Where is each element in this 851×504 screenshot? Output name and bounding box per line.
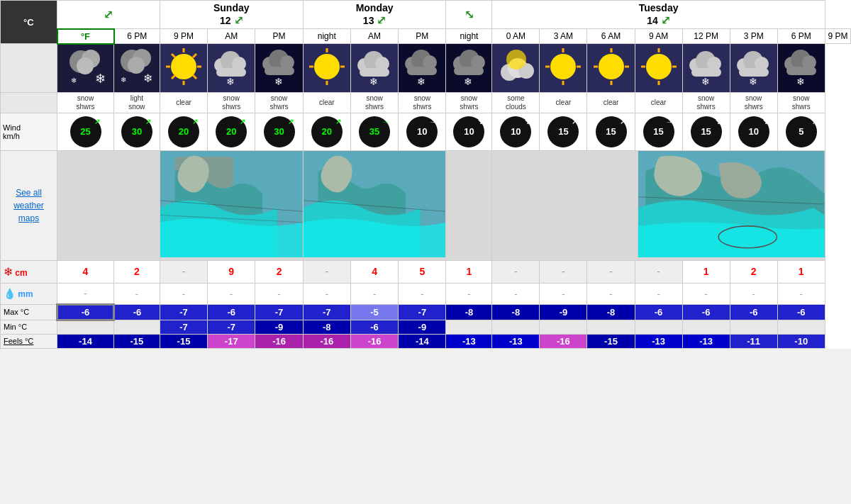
rain-icon: 💧 xyxy=(4,288,16,299)
wind-row: Windkm/h 25↗ 30↗ 20↗ 20↗ 30↗ xyxy=(1,113,851,150)
svg-line-15 xyxy=(172,54,175,57)
max-temp-2: -6 xyxy=(114,304,160,320)
feels-8: -14 xyxy=(399,334,446,348)
day-monday: Monday13 ⤢ xyxy=(303,1,446,29)
expand-icon-monday[interactable]: ⤢ xyxy=(377,14,386,26)
conditions-row: snowshwrs lightsnow clear snowshwrs snow… xyxy=(1,92,851,113)
time-6am-tue: 6 AM xyxy=(587,29,635,44)
svg-point-29 xyxy=(314,54,340,79)
expand-icon-tuesday[interactable]: ⤢ xyxy=(661,14,670,26)
feels-11: -16 xyxy=(540,334,587,348)
max-temp-7: -5 xyxy=(350,304,398,320)
min-temp-10 xyxy=(492,320,540,334)
time-6pm-tue: 6 PM xyxy=(777,29,825,44)
snow-val-6: - xyxy=(303,260,350,283)
svg-text:❄: ❄ xyxy=(95,72,106,86)
icon-cell-1: ❄❄ xyxy=(57,44,114,93)
snow-val-7: 4 xyxy=(350,260,398,283)
snow-val-3: - xyxy=(160,260,207,283)
rain-val-11: - xyxy=(540,283,587,304)
see-all-maps-link[interactable]: See allweathermaps xyxy=(1,150,57,260)
snow-row: ❄ cm 4 2 - 9 2 - 4 5 1 - - - - 1 2 1 xyxy=(1,260,851,283)
rain-val-3: - xyxy=(160,283,207,304)
max-temp-15: -6 xyxy=(730,304,777,320)
snow-val-4: 9 xyxy=(208,260,255,283)
today-expand[interactable]: ⤢ xyxy=(57,1,160,29)
snow-val-11: - xyxy=(540,260,587,283)
time-9pm-tue: 9 PM xyxy=(825,29,850,44)
map-sunday xyxy=(160,150,303,260)
expand-icon-today: ⤢ xyxy=(104,9,113,21)
rain-val-16: - xyxy=(777,283,825,304)
cond-7: snowshwrs xyxy=(350,92,398,113)
map-today xyxy=(57,150,160,260)
max-temp-4: -6 xyxy=(208,304,255,320)
cond-1: snowshwrs xyxy=(57,92,114,113)
icon-cell-10 xyxy=(492,44,540,93)
icon-cell-16: ❄ xyxy=(777,44,825,93)
icon-cell-5: ❄ xyxy=(255,44,303,93)
rain-val-12: - xyxy=(587,283,635,304)
map-monday xyxy=(303,150,446,260)
max-temp-16: -6 xyxy=(777,304,825,320)
cond-12: clear xyxy=(587,92,635,113)
feels-15: -11 xyxy=(730,334,777,348)
rain-val-1: - xyxy=(57,283,114,304)
max-temp-8: -7 xyxy=(399,304,446,320)
min-temp-13 xyxy=(635,320,682,334)
expand-icon-tuesday-left[interactable]: ⤡ xyxy=(465,9,474,21)
snow-val-15: 2 xyxy=(730,260,777,283)
feels-4: -17 xyxy=(208,334,255,348)
max-temp-11: -9 xyxy=(540,304,587,320)
wind-10: 10↘ xyxy=(492,113,540,150)
cond-15: snowshwrs xyxy=(730,92,777,113)
wind-14: 15↘ xyxy=(682,113,730,150)
snow-val-13: - xyxy=(635,260,682,283)
feels-9: -13 xyxy=(446,334,492,348)
min-temp-11 xyxy=(540,320,587,334)
svg-text:❄: ❄ xyxy=(274,76,283,87)
svg-point-7 xyxy=(128,57,145,74)
min-temp-row: Min °C -7 -7 -9 -8 -6 -9 xyxy=(1,320,851,334)
icon-cell-14: ❄ xyxy=(682,44,730,93)
svg-text:❄: ❄ xyxy=(369,76,378,87)
min-temp-6: -8 xyxy=(303,320,350,334)
icon-cell-4: ❄ xyxy=(208,44,255,93)
wind-label: Windkm/h xyxy=(1,113,57,150)
snow-val-10: - xyxy=(492,260,540,283)
snow-val-9: 1 xyxy=(446,260,492,283)
icon-cell-7: ❄ xyxy=(350,44,398,93)
cond-13: clear xyxy=(635,92,682,113)
feels-6: -16 xyxy=(303,334,350,348)
svg-point-2 xyxy=(77,57,94,74)
icon-cell-6 xyxy=(303,44,350,93)
snow-icon: ❄ xyxy=(4,266,13,278)
wind-12: 15↗ xyxy=(587,113,635,150)
tuesday-expand-col[interactable]: ⤡ xyxy=(446,1,492,29)
time-3pm-tue: 3 PM xyxy=(730,29,777,44)
rain-val-14: - xyxy=(682,283,730,304)
svg-text:❄: ❄ xyxy=(796,76,805,87)
label-spacer-icons xyxy=(1,44,57,93)
max-temp-label: Max °C xyxy=(1,304,57,320)
icon-cell-9: ❄ xyxy=(446,44,492,93)
max-temp-9: -8 xyxy=(446,304,492,320)
fahrenheit-button[interactable]: °F xyxy=(57,29,114,44)
svg-line-16 xyxy=(193,75,196,79)
icon-cell-3 xyxy=(160,44,207,93)
max-temp-13: -6 xyxy=(635,304,682,320)
weather-maps-link[interactable]: See allweathermaps xyxy=(13,188,44,223)
rain-val-5: - xyxy=(255,283,303,304)
rain-label: 💧 mm xyxy=(1,283,57,304)
svg-text:❄: ❄ xyxy=(121,76,126,84)
snow-cm-label: cm xyxy=(15,268,27,278)
cond-3: clear xyxy=(160,92,207,113)
celsius-button[interactable]: °C xyxy=(1,1,57,44)
min-temp-16 xyxy=(777,320,825,334)
snow-val-5: 2 xyxy=(255,260,303,283)
snow-val-1: 4 xyxy=(57,260,114,283)
cond-16: snowshwrs xyxy=(777,92,825,113)
min-temp-14 xyxy=(682,320,730,334)
expand-icon-sunday[interactable]: ⤢ xyxy=(234,14,243,26)
svg-text:❄: ❄ xyxy=(701,76,710,87)
